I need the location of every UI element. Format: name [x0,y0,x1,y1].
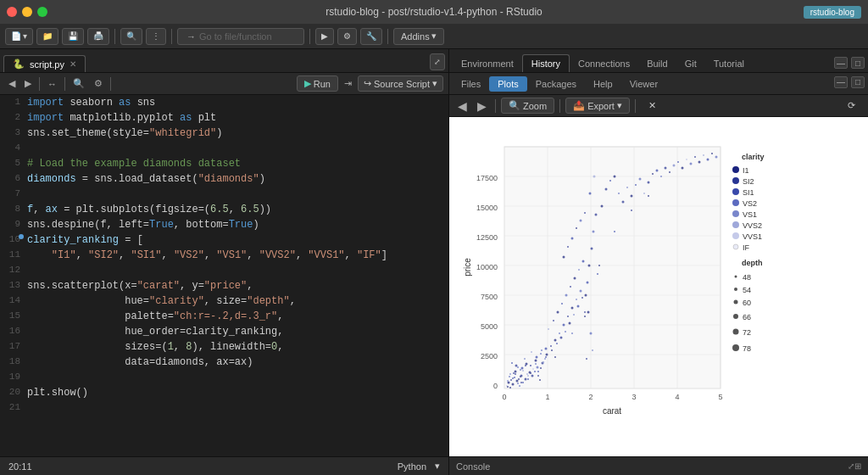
tab-packages[interactable]: Packages [527,76,585,92]
svg-point-140 [530,372,531,374]
svg-point-138 [525,365,526,366]
new-file-button[interactable]: 📄▾ [5,28,33,45]
tab-files[interactable]: Files [453,76,489,92]
knit-button[interactable]: 🔧 [360,28,382,45]
save-icon: 💾 [68,31,78,41]
minimize-bottom-pane-button[interactable]: — [834,76,848,88]
open-file-button[interactable]: 📁 [36,28,58,45]
svg-point-127 [598,265,600,266]
svg-text:2: 2 [588,393,593,401]
export-button[interactable]: 📤 Export ▾ [565,98,630,114]
minimize-pane-button[interactable]: — [834,57,848,69]
plot-prev-button[interactable]: ◀ [454,99,470,113]
svg-point-54 [592,349,593,351]
tab-close-icon[interactable]: ✕ [70,59,76,69]
svg-point-31 [515,365,518,367]
tab-viewer[interactable]: Viewer [621,76,666,92]
save-button[interactable]: 💾 [62,28,84,45]
source-script-button[interactable]: ↪ Source Script ▾ [358,75,443,92]
code-line-18: 18 data=diamonds, ax=ax) [0,355,448,370]
svg-point-40 [544,358,546,360]
svg-point-17 [512,383,515,386]
run-button[interactable]: ▶ Run [297,75,338,92]
status-bar-left: 20:11 Python ▾ [0,456,449,475]
delete-plot-button[interactable]: ✕ [641,98,664,114]
tab-help[interactable]: Help [585,76,621,92]
svg-point-125 [571,332,573,334]
tab-git[interactable]: Git [676,55,705,72]
tab-connections[interactable]: Connections [570,55,638,72]
render-button[interactable]: ⚙ [337,28,357,45]
code-line-1: 1 import seaborn as sns [0,95,448,110]
toolbar-separator4 [387,29,388,44]
editor-tab-controls: ⤢ [430,53,445,72]
run-button-toolbar[interactable]: ▶ [315,28,334,45]
tab-plots[interactable]: Plots [489,76,526,92]
addins-button[interactable]: Addins ▾ [393,28,444,45]
tab-history[interactable]: History [522,54,570,72]
console-maximize-button[interactable]: ⤢ [848,461,854,471]
tab-help-label: Help [593,79,613,89]
code-tools-button[interactable]: ⚙ [91,76,106,91]
tab-build[interactable]: Build [638,55,676,72]
zoom-button[interactable]: 🔍 Zoom [501,98,554,114]
svg-point-37 [537,366,539,369]
goto-file-input[interactable]: → Go to file/function [177,28,304,45]
collapse-editor-button[interactable]: ⤢ [430,53,445,70]
find-button[interactable]: 🔍 [120,28,142,45]
etb-separator1 [39,77,40,91]
forward-button[interactable]: ▶ [21,76,35,91]
run-label: Run [314,79,331,89]
svg-point-18 [514,377,515,378]
svg-point-143 [537,375,539,377]
svg-text:12500: 12500 [476,233,498,242]
tab-environment[interactable]: Environment [453,55,522,72]
svg-text:17500: 17500 [476,174,498,182]
svg-text:72: 72 [743,328,751,337]
svg-point-151 [580,220,582,222]
svg-point-126 [584,311,586,313]
svg-text:price: price [463,258,472,277]
editor-tab-script[interactable]: 🐍 script.py ✕ [3,55,86,72]
show-in-pane-button[interactable]: ↔ [44,77,60,91]
svg-point-73 [574,277,576,280]
code-editor[interactable]: 1 import seaborn as sns 2 import matplot… [0,95,448,456]
maximize-pane-button[interactable]: □ [851,57,865,69]
svg-point-25 [517,366,519,368]
svg-text:3: 3 [632,393,636,401]
svg-point-90 [660,176,662,177]
print-button[interactable]: 🖨️ [87,28,109,45]
close-button[interactable] [7,7,17,17]
svg-point-78 [609,180,611,182]
svg-point-33 [524,358,526,360]
svg-point-19 [516,380,519,383]
svg-point-62 [563,324,565,327]
svg-point-76 [601,205,604,208]
console-popout-button[interactable]: ⊞ [854,461,861,471]
plot-next-button[interactable]: ▶ [474,99,490,113]
minimize-button[interactable] [22,7,32,17]
find-in-editor-button[interactable]: 🔍 [70,76,88,91]
format-button[interactable]: ⇥ [341,76,355,91]
svg-point-136 [520,376,521,377]
svg-point-178 [732,210,739,217]
code-line-16: 16 hue_order=clarity_ranking, [0,324,448,339]
main-toolbar: 📄▾ 📁 💾 🖨️ 🔍 ⋮ → Go to file/function ▶ ⚙ … [0,24,868,49]
svg-point-44 [546,354,548,356]
find-next-button[interactable]: ⋮ [146,28,166,45]
plot-toolbar: ◀ ▶ 🔍 Zoom 📤 Export ▾ ✕ ⟳ [449,95,868,117]
source-icon: ↪ [364,78,371,89]
svg-text:IF: IF [743,243,750,252]
back-button[interactable]: ◀ [5,76,19,91]
right-second-tab-bar: Files Plots Packages Help Viewer — □ [449,73,868,95]
tab-tutorial[interactable]: Tutorial [705,55,753,72]
svg-point-36 [534,371,536,372]
refresh-button[interactable]: ⟳ [840,98,863,114]
maximize-button[interactable] [37,7,47,17]
svg-point-24 [515,371,517,373]
svg-point-59 [550,345,552,347]
maximize-bottom-pane-button[interactable]: □ [851,76,865,88]
svg-point-106 [560,337,563,339]
tab-history-label: History [531,59,560,69]
svg-text:15000: 15000 [476,204,498,212]
